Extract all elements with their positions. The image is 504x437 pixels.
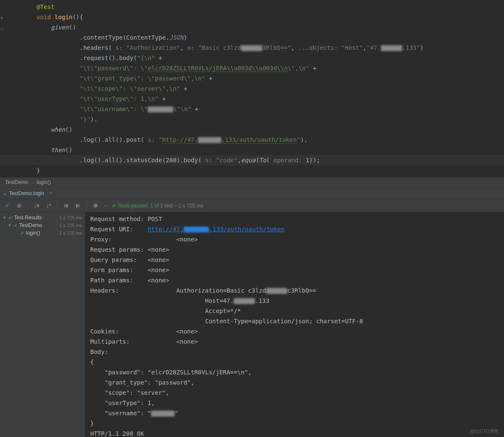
results-area: ▼✔ Test Results 1 s 725 ms ▼✔ TestDemo 1… <box>0 212 504 437</box>
show-ignored-button[interactable]: ⊘ <box>14 201 24 210</box>
settings-button[interactable]: ⚙ <box>91 201 100 210</box>
watermark: @51CTO博客 <box>470 428 499 434</box>
tree-root[interactable]: ▼✔ Test Results 1 s 725 ms <box>0 214 85 221</box>
sort-button[interactable]: ↓≡ <box>32 201 41 210</box>
breadcrumb-method[interactable]: login() <box>37 179 51 185</box>
test-tree[interactable]: ▼✔ Test Results 1 s 725 ms ▼✔ TestDemo 1… <box>0 212 85 437</box>
run-gutter-icon[interactable]: ▶ <box>1 13 3 23</box>
more-options-icon[interactable]: » <box>104 203 107 208</box>
test-summary: ✔ Tests passed: 1 of 1 test – 1 s 725 ms <box>112 203 203 209</box>
run-tab-label[interactable]: TestDemo.login <box>9 190 44 196</box>
tree-node-class[interactable]: ▼✔ TestDemo 1 s 725 ms <box>0 221 85 229</box>
close-tab-icon[interactable]: × <box>49 190 52 196</box>
show-passed-button[interactable]: ✔ <box>3 201 12 210</box>
breadcrumb-separator: › <box>32 179 33 185</box>
sort-alpha-button[interactable]: ↓ᴬ <box>44 201 53 210</box>
tree-node-test[interactable]: ✔ login() 1 s 725 ms <box>0 229 85 237</box>
request-uri-link[interactable]: http://47..133/auth/oauth/token <box>148 226 284 233</box>
expand-all-button[interactable]: ⇉ <box>61 201 71 210</box>
run-config-icon: ⬥ <box>3 191 6 196</box>
override-gutter-icon[interactable]: ○ <box>1 24 3 34</box>
annotation: @Test <box>37 3 54 10</box>
gutter: ▶ ○ <box>1 13 3 34</box>
test-toolbar: ✔ ⊘ ↓≡ ↓ᴬ ⇉ ⇇ ⚙ » ✔ Tests passed: 1 of 1… <box>0 199 504 212</box>
breadcrumb: TestDemo › login() <box>0 177 504 187</box>
breadcrumb-class[interactable]: TestDemo <box>5 179 28 185</box>
run-tab-bar: ⬥ TestDemo.login × <box>0 187 504 199</box>
console-output[interactable]: Request method: POST Request URI: http:/… <box>85 212 504 437</box>
code-editor[interactable]: ▶ ○ @Test void login(){ given() .content… <box>0 0 504 177</box>
collapse-all-button[interactable]: ⇇ <box>73 201 83 210</box>
